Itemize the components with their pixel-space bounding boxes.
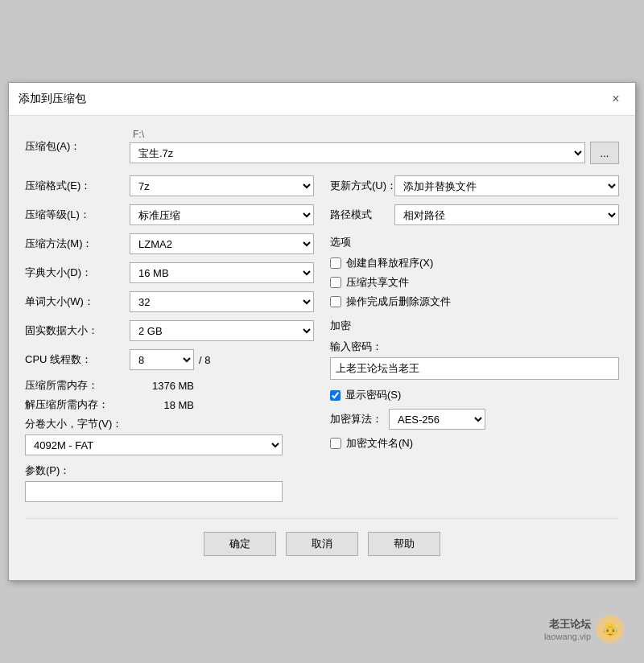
cpu-max: / 8 [199, 354, 210, 366]
algo-label: 加密算法： [330, 412, 382, 426]
compress-mem-value: 1376 MB [130, 380, 194, 392]
options-section: 选项 创建自释放程序(X) 压缩共享文件 操作完成后删除源文件 [330, 235, 619, 309]
buttons-row: 确定 取消 帮助 [25, 518, 619, 567]
solid-row: 固实数据大小： 关闭 1 MB 100 MB 1 GB 2 GB 4 GB [25, 320, 314, 341]
encrypt-filenames-label[interactable]: 加密文件名(N) [346, 436, 413, 451]
create-sfx-checkbox[interactable] [330, 257, 341, 269]
archive-input-group: 宝生.7z ... [130, 142, 619, 164]
password-label: 输入密码： [330, 340, 619, 354]
method-label: 压缩方法(M)： [25, 237, 130, 251]
archive-path-line: F:\ 宝生.7z ... [130, 129, 619, 164]
pathmode-select[interactable]: 相对路径 绝对路径 无路径 [394, 204, 619, 225]
add-to-archive-dialog: 添加到压缩包 × 压缩包(A)： F:\ 宝生.7z ... 压缩格式(E)： [8, 82, 636, 581]
ok-button[interactable]: 确定 [204, 532, 276, 556]
dict-label: 字典大小(D)： [25, 266, 130, 280]
compress-mem-row: 压缩所需内存： 1376 MB 解压缩所需内存： 18 MB [25, 378, 314, 412]
show-pwd-label[interactable]: 显示密码(S) [345, 388, 401, 402]
format-select[interactable]: 7z zip tar [130, 175, 314, 196]
archive-filename-combo[interactable]: 宝生.7z [130, 142, 585, 163]
encrypt-section: 加密 输入密码： 显示密码(S) 加密算法： AES-256 [330, 319, 619, 451]
compress-shared-row: 压缩共享文件 [330, 275, 619, 290]
compress-shared-checkbox[interactable] [330, 277, 341, 288]
watermark: 老王论坛 laowang.vip 👴 [544, 615, 625, 644]
title-bar: 添加到压缩包 × [9, 83, 635, 116]
cpu-select[interactable]: 1 2 4 6 8 12 16 [130, 349, 194, 370]
params-input[interactable] [25, 481, 283, 502]
show-pwd-checkbox[interactable] [330, 390, 341, 401]
archive-label: 压缩包(A)： [25, 139, 130, 154]
dict-row: 字典大小(D)： 1 MB 4 MB 8 MB 16 MB 32 MB 64 M… [25, 262, 314, 283]
update-label: 更新方式(U)： [330, 179, 394, 193]
compress-shared-label[interactable]: 压缩共享文件 [346, 275, 409, 290]
encrypt-filenames-checkbox[interactable] [330, 438, 341, 449]
pathmode-row: 路径模式 相对路径 绝对路径 无路径 [330, 204, 619, 225]
delete-after-row: 操作完成后删除源文件 [330, 294, 619, 309]
compress-mem-label: 压缩所需内存： [25, 378, 130, 393]
dialog-title: 添加到压缩包 [19, 92, 86, 106]
method-row: 压缩方法(M)： LZMA2 LZMA PPMd BZip2 [25, 233, 314, 254]
solid-value: 关闭 1 MB 100 MB 1 GB 2 GB 4 GB [130, 320, 314, 341]
delete-after-checkbox[interactable] [330, 296, 341, 307]
main-columns: 压缩格式(E)： 7z zip tar 压缩等级(L)： 存储 [25, 175, 619, 510]
params-label: 参数(P)： [25, 463, 314, 478]
algo-select[interactable]: AES-256 [389, 409, 485, 430]
word-value: 8 16 32 64 128 [130, 291, 314, 312]
update-select[interactable]: 添加并替换文件 添加并更新文件 仅更新已存在的文件 [394, 175, 619, 196]
word-row: 单词大小(W)： 8 16 32 64 128 [25, 291, 314, 312]
method-select[interactable]: LZMA2 LZMA PPMd BZip2 [130, 233, 314, 254]
cpu-row: CPU 线程数： 1 2 4 6 8 12 16 [25, 349, 314, 370]
word-select[interactable]: 8 16 32 64 128 [130, 291, 314, 312]
left-column: 压缩格式(E)： 7z zip tar 压缩等级(L)： 存储 [25, 175, 314, 510]
show-pwd-row: 显示密码(S) [330, 388, 619, 402]
format-row: 压缩格式(E)： 7z zip tar [25, 175, 314, 196]
encrypt-title: 加密 [330, 319, 619, 333]
level-value: 存储 最快压缩 快速压缩 标准压缩 最大压缩 极限压缩 [130, 204, 314, 225]
cancel-button[interactable]: 取消 [286, 532, 358, 556]
volume-label: 分卷大小，字节(V)： [25, 417, 314, 431]
dict-select[interactable]: 1 MB 4 MB 8 MB 16 MB 32 MB 64 MB [130, 262, 314, 283]
algo-row: 加密算法： AES-256 [330, 409, 619, 430]
cpu-input-row: 1 2 4 6 8 12 16 / 8 [130, 349, 314, 370]
compress-mem: 压缩所需内存： 1376 MB [25, 378, 314, 393]
options-title: 选项 [330, 235, 619, 249]
help-button[interactable]: 帮助 [368, 532, 440, 556]
password-input[interactable] [330, 357, 619, 380]
cpu-label: CPU 线程数： [25, 352, 130, 367]
update-value: 添加并替换文件 添加并更新文件 仅更新已存在的文件 [394, 175, 619, 196]
watermark-avatar: 👴 [596, 615, 625, 644]
decompress-mem-value: 18 MB [130, 399, 194, 411]
pathmode-label: 路径模式 [330, 208, 394, 222]
volume-select[interactable]: 4092M - FAT 700M - CD 4480M - DVD 25000M… [25, 434, 283, 455]
pathmode-value: 相对路径 绝对路径 无路径 [394, 204, 619, 225]
level-row: 压缩等级(L)： 存储 最快压缩 快速压缩 标准压缩 最大压缩 极限压缩 [25, 204, 314, 225]
watermark-text: 老王论坛 [544, 617, 591, 632]
close-button[interactable]: × [606, 89, 625, 109]
volume-row: 分卷大小，字节(V)： 4092M - FAT 700M - CD 4480M … [25, 417, 314, 455]
create-sfx-row: 创建自释放程序(X) [330, 256, 619, 270]
word-label: 单词大小(W)： [25, 294, 130, 309]
encrypt-filenames-row: 加密文件名(N) [330, 436, 619, 451]
solid-select[interactable]: 关闭 1 MB 100 MB 1 GB 2 GB 4 GB [130, 320, 314, 341]
params-row: 参数(P)： [25, 463, 314, 502]
level-label: 压缩等级(L)： [25, 208, 130, 222]
decompress-mem-label: 解压缩所需内存： [25, 397, 130, 412]
update-row: 更新方式(U)： 添加并替换文件 添加并更新文件 仅更新已存在的文件 [330, 175, 619, 196]
decompress-mem: 解压缩所需内存： 18 MB [25, 397, 314, 412]
archive-path-prefix: F:\ [133, 129, 619, 140]
method-value: LZMA2 LZMA PPMd BZip2 [130, 233, 314, 254]
create-sfx-label[interactable]: 创建自释放程序(X) [346, 256, 433, 270]
format-label: 压缩格式(E)： [25, 179, 130, 193]
solid-label: 固实数据大小： [25, 323, 130, 338]
archive-row: 压缩包(A)： F:\ 宝生.7z ... [25, 129, 619, 164]
delete-after-label[interactable]: 操作完成后删除源文件 [346, 294, 451, 309]
dict-value: 1 MB 4 MB 8 MB 16 MB 32 MB 64 MB [130, 262, 314, 283]
cpu-value: 1 2 4 6 8 12 16 / 8 [130, 349, 314, 370]
level-select[interactable]: 存储 最快压缩 快速压缩 标准压缩 最大压缩 极限压缩 [130, 204, 314, 225]
right-column: 更新方式(U)： 添加并替换文件 添加并更新文件 仅更新已存在的文件 路径模式 … [330, 175, 619, 510]
dialog-content: 压缩包(A)： F:\ 宝生.7z ... 压缩格式(E)： [9, 116, 635, 580]
format-value: 7z zip tar [130, 175, 314, 196]
watermark-url: laowang.vip [544, 632, 591, 641]
browse-button[interactable]: ... [590, 142, 619, 164]
